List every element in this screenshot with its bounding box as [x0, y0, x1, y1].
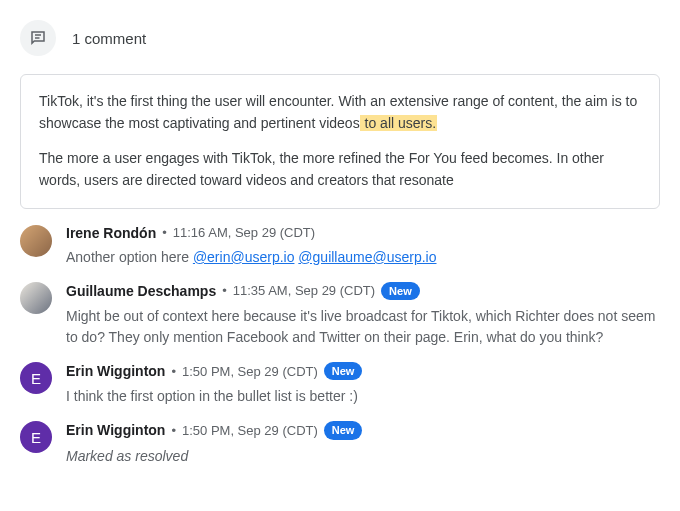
quote-paragraph-1: TikTok, it's the first thing the user wi…	[39, 91, 641, 134]
comment-text: Another option here @erin@userp.io @guil…	[66, 247, 660, 268]
comment-text: I think the first option in the bullet l…	[66, 386, 660, 407]
new-badge: New	[324, 362, 363, 380]
quote-text: TikTok, it's the first thing the user wi…	[39, 93, 637, 131]
comment-meta: Guillaume Deschamps • 11:35 AM, Sep 29 (…	[66, 282, 660, 300]
meta-separator: •	[162, 225, 167, 240]
highlighted-text: to all users.	[360, 115, 437, 131]
mention-link[interactable]: @erin@userp.io	[193, 249, 295, 265]
comment-item: E Erin Wigginton • 1:50 PM, Sep 29 (CDT)…	[20, 362, 660, 407]
new-badge: New	[324, 421, 363, 439]
comments-header: 1 comment	[20, 20, 660, 56]
resolved-label: Marked as resolved	[66, 446, 660, 467]
comment-icon	[29, 29, 47, 47]
comment-meta: Irene Rondón • 11:16 AM, Sep 29 (CDT)	[66, 225, 660, 241]
comments-count-title: 1 comment	[72, 30, 146, 47]
avatar[interactable]: E	[20, 421, 52, 453]
meta-separator: •	[171, 423, 176, 438]
comment-text: Might be out of context here because it'…	[66, 306, 660, 348]
comment-body: Erin Wigginton • 1:50 PM, Sep 29 (CDT) N…	[66, 362, 660, 407]
comment-timestamp: 11:16 AM, Sep 29 (CDT)	[173, 225, 315, 240]
comment-timestamp: 1:50 PM, Sep 29 (CDT)	[182, 364, 318, 379]
comment-icon-wrap	[20, 20, 56, 56]
new-badge: New	[381, 282, 420, 300]
meta-separator: •	[222, 283, 227, 298]
avatar[interactable]: E	[20, 362, 52, 394]
comment-author[interactable]: Irene Rondón	[66, 225, 156, 241]
comment-timestamp: 1:50 PM, Sep 29 (CDT)	[182, 423, 318, 438]
avatar[interactable]	[20, 282, 52, 314]
avatar[interactable]	[20, 225, 52, 257]
comment-item: E Erin Wigginton • 1:50 PM, Sep 29 (CDT)…	[20, 421, 660, 466]
comment-meta: Erin Wigginton • 1:50 PM, Sep 29 (CDT) N…	[66, 421, 660, 439]
comment-item: Irene Rondón • 11:16 AM, Sep 29 (CDT) An…	[20, 225, 660, 268]
comment-body: Irene Rondón • 11:16 AM, Sep 29 (CDT) An…	[66, 225, 660, 268]
comment-author[interactable]: Guillaume Deschamps	[66, 283, 216, 299]
quoted-content[interactable]: TikTok, it's the first thing the user wi…	[20, 74, 660, 209]
comment-timestamp: 11:35 AM, Sep 29 (CDT)	[233, 283, 375, 298]
quote-paragraph-2: The more a user engages with TikTok, the…	[39, 148, 641, 191]
meta-separator: •	[171, 364, 176, 379]
comment-meta: Erin Wigginton • 1:50 PM, Sep 29 (CDT) N…	[66, 362, 660, 380]
comment-author[interactable]: Erin Wigginton	[66, 363, 165, 379]
mention-link[interactable]: @guillaume@userp.io	[298, 249, 436, 265]
comment-item: Guillaume Deschamps • 11:35 AM, Sep 29 (…	[20, 282, 660, 348]
comment-body: Erin Wigginton • 1:50 PM, Sep 29 (CDT) N…	[66, 421, 660, 466]
comment-body: Guillaume Deschamps • 11:35 AM, Sep 29 (…	[66, 282, 660, 348]
comment-author[interactable]: Erin Wigginton	[66, 422, 165, 438]
comment-text-part: Another option here	[66, 249, 193, 265]
